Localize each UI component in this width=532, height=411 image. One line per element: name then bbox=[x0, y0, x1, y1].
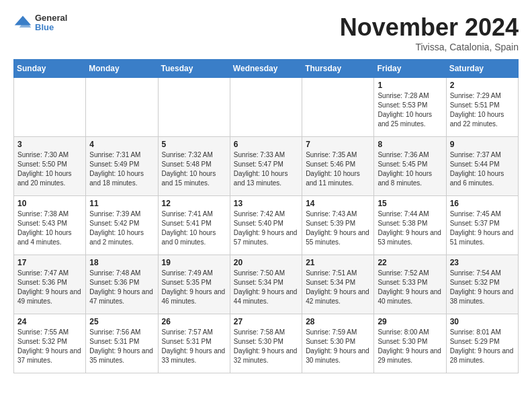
day-number: 23 bbox=[450, 258, 515, 267]
logo-line1: General bbox=[35, 13, 67, 23]
weekday-header-sunday: Sunday bbox=[14, 60, 86, 78]
day-info: Sunrise: 7:39 AM Sunset: 5:42 PM Dayligh… bbox=[89, 210, 154, 247]
day-info: Sunrise: 7:28 AM Sunset: 5:53 PM Dayligh… bbox=[378, 91, 442, 129]
day-info: Sunrise: 7:29 AM Sunset: 5:51 PM Dayligh… bbox=[450, 91, 515, 129]
day-info: Sunrise: 7:33 AM Sunset: 5:47 PM Dayligh… bbox=[234, 150, 298, 188]
calendar-cell: 18Sunrise: 7:48 AM Sunset: 5:36 PM Dayli… bbox=[86, 255, 158, 314]
day-number: 30 bbox=[450, 317, 515, 326]
day-info: Sunrise: 7:56 AM Sunset: 5:31 PM Dayligh… bbox=[89, 328, 154, 365]
day-number: 3 bbox=[17, 140, 82, 149]
calendar-cell: 17Sunrise: 7:47 AM Sunset: 5:36 PM Dayli… bbox=[14, 255, 86, 314]
calendar-cell bbox=[158, 78, 230, 137]
calendar-cell: 30Sunrise: 8:01 AM Sunset: 5:29 PM Dayli… bbox=[446, 314, 518, 373]
day-info: Sunrise: 7:55 AM Sunset: 5:32 PM Dayligh… bbox=[17, 328, 82, 365]
logo: General Blue bbox=[13, 13, 67, 33]
day-number: 29 bbox=[378, 317, 442, 326]
calendar-cell: 2Sunrise: 7:29 AM Sunset: 5:51 PM Daylig… bbox=[446, 78, 518, 137]
calendar-cell: 26Sunrise: 7:57 AM Sunset: 5:31 PM Dayli… bbox=[158, 314, 230, 373]
day-number: 8 bbox=[378, 140, 442, 149]
day-info: Sunrise: 7:52 AM Sunset: 5:33 PM Dayligh… bbox=[378, 269, 442, 306]
day-number: 1 bbox=[378, 81, 442, 90]
day-info: Sunrise: 7:37 AM Sunset: 5:44 PM Dayligh… bbox=[450, 150, 515, 188]
day-info: Sunrise: 7:47 AM Sunset: 5:36 PM Dayligh… bbox=[17, 269, 82, 306]
calendar-cell: 14Sunrise: 7:43 AM Sunset: 5:39 PM Dayli… bbox=[302, 196, 374, 255]
calendar-cell: 10Sunrise: 7:38 AM Sunset: 5:43 PM Dayli… bbox=[14, 196, 86, 255]
calendar-cell: 4Sunrise: 7:31 AM Sunset: 5:49 PM Daylig… bbox=[86, 137, 158, 196]
calendar-table: SundayMondayTuesdayWednesdayThursdayFrid… bbox=[13, 59, 519, 373]
day-number: 26 bbox=[162, 317, 226, 326]
weekday-header-monday: Monday bbox=[86, 60, 158, 78]
day-number: 13 bbox=[234, 199, 298, 208]
day-info: Sunrise: 7:32 AM Sunset: 5:48 PM Dayligh… bbox=[162, 150, 226, 188]
day-number: 9 bbox=[450, 140, 515, 149]
day-number: 18 bbox=[89, 258, 154, 267]
day-info: Sunrise: 7:48 AM Sunset: 5:36 PM Dayligh… bbox=[89, 269, 154, 306]
calendar-cell: 27Sunrise: 7:58 AM Sunset: 5:30 PM Dayli… bbox=[230, 314, 302, 373]
day-info: Sunrise: 7:45 AM Sunset: 5:37 PM Dayligh… bbox=[450, 210, 515, 247]
day-number: 7 bbox=[306, 140, 370, 149]
day-info: Sunrise: 7:43 AM Sunset: 5:39 PM Dayligh… bbox=[306, 210, 370, 247]
calendar-cell: 3Sunrise: 7:30 AM Sunset: 5:50 PM Daylig… bbox=[14, 137, 86, 196]
calendar-cell: 28Sunrise: 7:59 AM Sunset: 5:30 PM Dayli… bbox=[302, 314, 374, 373]
calendar-cell: 11Sunrise: 7:39 AM Sunset: 5:42 PM Dayli… bbox=[86, 196, 158, 255]
weekday-header-wednesday: Wednesday bbox=[230, 60, 302, 78]
day-number: 16 bbox=[450, 199, 515, 208]
calendar-cell: 16Sunrise: 7:45 AM Sunset: 5:37 PM Dayli… bbox=[446, 196, 518, 255]
day-info: Sunrise: 7:35 AM Sunset: 5:46 PM Dayligh… bbox=[306, 150, 370, 188]
day-info: Sunrise: 8:00 AM Sunset: 5:30 PM Dayligh… bbox=[378, 328, 442, 365]
logo-icon bbox=[13, 13, 32, 32]
weekday-header-friday: Friday bbox=[374, 60, 446, 78]
weekday-header-thursday: Thursday bbox=[302, 60, 374, 78]
day-number: 24 bbox=[17, 317, 82, 326]
day-info: Sunrise: 7:38 AM Sunset: 5:43 PM Dayligh… bbox=[17, 210, 82, 247]
day-number: 20 bbox=[234, 258, 298, 267]
day-info: Sunrise: 7:36 AM Sunset: 5:45 PM Dayligh… bbox=[378, 150, 442, 188]
calendar-cell: 7Sunrise: 7:35 AM Sunset: 5:46 PM Daylig… bbox=[302, 137, 374, 196]
day-info: Sunrise: 7:44 AM Sunset: 5:38 PM Dayligh… bbox=[378, 210, 442, 247]
logo-line2: Blue bbox=[35, 23, 67, 32]
calendar-cell: 22Sunrise: 7:52 AM Sunset: 5:33 PM Dayli… bbox=[374, 255, 446, 314]
calendar-cell: 21Sunrise: 7:51 AM Sunset: 5:34 PM Dayli… bbox=[302, 255, 374, 314]
day-info: Sunrise: 7:58 AM Sunset: 5:30 PM Dayligh… bbox=[234, 328, 298, 365]
day-number: 5 bbox=[162, 140, 226, 149]
day-info: Sunrise: 7:49 AM Sunset: 5:35 PM Dayligh… bbox=[162, 269, 226, 306]
day-number: 28 bbox=[306, 317, 370, 326]
calendar-cell: 15Sunrise: 7:44 AM Sunset: 5:38 PM Dayli… bbox=[374, 196, 446, 255]
title-block: November 2024 Tivissa, Catalonia, Spain bbox=[340, 13, 519, 52]
weekday-header-tuesday: Tuesday bbox=[158, 60, 230, 78]
calendar-cell: 1Sunrise: 7:28 AM Sunset: 5:53 PM Daylig… bbox=[374, 78, 446, 137]
day-number: 27 bbox=[234, 317, 298, 326]
calendar-cell: 9Sunrise: 7:37 AM Sunset: 5:44 PM Daylig… bbox=[446, 137, 518, 196]
calendar-cell: 20Sunrise: 7:50 AM Sunset: 5:34 PM Dayli… bbox=[230, 255, 302, 314]
calendar-cell: 24Sunrise: 7:55 AM Sunset: 5:32 PM Dayli… bbox=[14, 314, 86, 373]
day-number: 22 bbox=[378, 258, 442, 267]
day-info: Sunrise: 7:41 AM Sunset: 5:41 PM Dayligh… bbox=[162, 210, 226, 247]
location: Tivissa, Catalonia, Spain bbox=[340, 42, 519, 52]
day-info: Sunrise: 7:54 AM Sunset: 5:32 PM Dayligh… bbox=[450, 269, 515, 306]
day-info: Sunrise: 7:42 AM Sunset: 5:40 PM Dayligh… bbox=[234, 210, 298, 247]
calendar-cell: 8Sunrise: 7:36 AM Sunset: 5:45 PM Daylig… bbox=[374, 137, 446, 196]
day-number: 11 bbox=[89, 199, 154, 208]
calendar-cell: 29Sunrise: 8:00 AM Sunset: 5:30 PM Dayli… bbox=[374, 314, 446, 373]
day-info: Sunrise: 7:30 AM Sunset: 5:50 PM Dayligh… bbox=[17, 150, 82, 188]
calendar-cell: 23Sunrise: 7:54 AM Sunset: 5:32 PM Dayli… bbox=[446, 255, 518, 314]
calendar-cell bbox=[14, 78, 86, 137]
day-info: Sunrise: 7:59 AM Sunset: 5:30 PM Dayligh… bbox=[306, 328, 370, 365]
day-info: Sunrise: 7:31 AM Sunset: 5:49 PM Dayligh… bbox=[89, 150, 154, 188]
day-number: 4 bbox=[89, 140, 154, 149]
month-title: November 2024 bbox=[340, 13, 519, 42]
day-info: Sunrise: 7:50 AM Sunset: 5:34 PM Dayligh… bbox=[234, 269, 298, 306]
day-info: Sunrise: 8:01 AM Sunset: 5:29 PM Dayligh… bbox=[450, 328, 515, 365]
calendar-cell: 19Sunrise: 7:49 AM Sunset: 5:35 PM Dayli… bbox=[158, 255, 230, 314]
calendar-cell bbox=[86, 78, 158, 137]
day-number: 10 bbox=[17, 199, 82, 208]
day-number: 25 bbox=[89, 317, 154, 326]
calendar-cell bbox=[230, 78, 302, 137]
day-number: 6 bbox=[234, 140, 298, 149]
day-number: 21 bbox=[306, 258, 370, 267]
page-header: General Blue November 2024 Tivissa, Cata… bbox=[13, 13, 519, 52]
calendar-cell: 13Sunrise: 7:42 AM Sunset: 5:40 PM Dayli… bbox=[230, 196, 302, 255]
calendar-cell bbox=[302, 78, 374, 137]
calendar-cell: 12Sunrise: 7:41 AM Sunset: 5:41 PM Dayli… bbox=[158, 196, 230, 255]
day-number: 15 bbox=[378, 199, 442, 208]
